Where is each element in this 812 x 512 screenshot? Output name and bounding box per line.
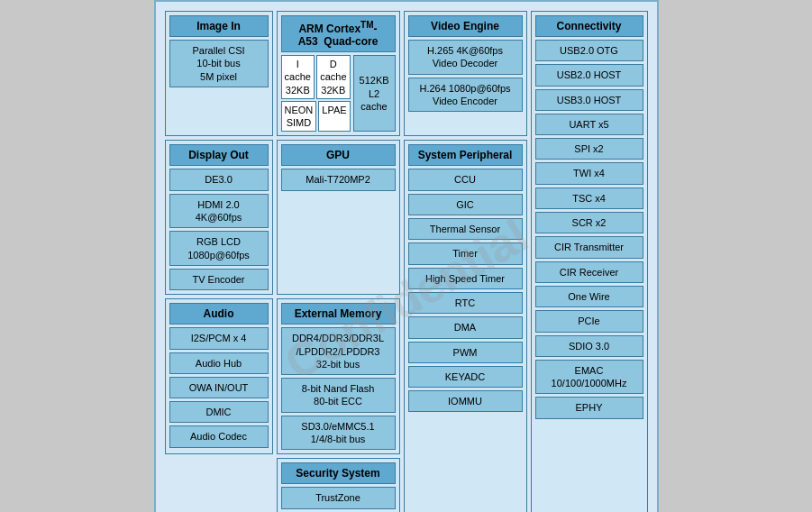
section-connectivity: Connectivity USB2.0 OTG USB2.0 HOST USB3… — [531, 11, 648, 512]
connectivity-header: Connectivity — [535, 15, 643, 37]
dcache: D cache32KB — [316, 55, 351, 99]
owa-in-out: OWA IN/OUT — [169, 377, 269, 398]
gic: GIC — [408, 194, 523, 215]
cir-transmitter: CIR Transmitter — [535, 236, 643, 258]
sdio: SDIO 3.0 — [535, 335, 643, 357]
security-header: Security System — [281, 462, 396, 484]
section-arm: ARM CortexTM-A53 Quad-core I cache32KB D… — [277, 11, 400, 136]
image-in-header: Image In — [169, 15, 269, 37]
sd-emmc: SD3.0/eMMC5.11/4/8-bit bus — [281, 416, 396, 451]
display-out-header: Display Out — [169, 144, 269, 166]
spi: SPI x2 — [535, 138, 643, 160]
section-video: Video Engine H.265 4K@60fpsVideo Decoder… — [404, 11, 527, 136]
twi: TWI x4 — [535, 162, 643, 184]
chip-diagram: Confidential Image In Parallel CSI10-bit… — [154, 0, 659, 512]
h265: H.265 4K@60fpsVideo Decoder — [408, 40, 523, 75]
nand-flash: 8-bit Nand Flash80-bit ECC — [281, 378, 396, 413]
section-display-out: Display Out DE3.0 HDMI 2.04K@60fps RGB L… — [165, 140, 273, 295]
usb3-host: USB3.0 HOST — [535, 89, 643, 111]
neon-simd: NEONSIMD — [281, 101, 317, 133]
trustzone: TrustZone — [281, 487, 396, 508]
i2s-pcm: I2S/PCM x 4 — [169, 327, 269, 349]
section-gpu: GPU Mali-T720MP2 — [277, 140, 400, 295]
lpae: LPAE — [318, 101, 350, 133]
de3: DE3.0 — [169, 169, 269, 190]
arm-inner: I cache32KB D cache32KB NEONSIMD LPAE 51… — [281, 55, 396, 132]
scr: SCR x2 — [535, 212, 643, 233]
h264: H.264 1080p@60fpsVideo Encoder — [408, 78, 523, 113]
video-header: Video Engine — [408, 15, 523, 37]
sys-periph-header: System Peripheral — [408, 144, 523, 166]
usb2-otg: USB2.0 OTG — [535, 40, 643, 61]
tv-encoder: TV Encoder — [169, 269, 269, 290]
high-speed-timer: High Speed Timer — [408, 268, 523, 289]
hdmi: HDMI 2.04K@60fps — [169, 194, 269, 229]
keyadc: KEYADC — [408, 366, 523, 388]
gpu-header: GPU — [281, 144, 396, 166]
one-wire: One Wire — [535, 286, 643, 307]
mali: Mali-T720MP2 — [281, 169, 396, 190]
arm-header: ARM CortexTM-A53 Quad-core — [281, 15, 396, 52]
uart: UART x5 — [535, 114, 643, 135]
pwm: PWM — [408, 342, 523, 363]
audio-codec: Audio Codec — [169, 425, 269, 447]
timer: Timer — [408, 242, 523, 264]
icache: I cache32KB — [281, 55, 315, 99]
ext-mem-header: External Memory — [281, 303, 396, 325]
section-ext-mem: External Memory DDR4/DDR3/DDR3L/LPDDR2/L… — [277, 298, 400, 454]
ddr: DDR4/DDR3/DDR3L/LPDDR2/LPDDR332-bit bus — [281, 327, 396, 375]
cir-receiver: CIR Receiver — [535, 261, 643, 283]
audio-hub: Audio Hub — [169, 352, 269, 374]
section-image-in: Image In Parallel CSI10-bit bus5M pixel — [165, 11, 273, 136]
l2-cache: 512KB L2 cache — [353, 55, 396, 132]
pcie: PCIe — [535, 310, 643, 332]
ephy: EPHY — [535, 397, 643, 418]
rgb-lcd: RGB LCD1080p@60fps — [169, 231, 269, 266]
thermal-sensor: Thermal Sensor — [408, 218, 523, 240]
ccu: CCU — [408, 169, 523, 190]
rtc: RTC — [408, 292, 523, 314]
usb2-host: USB2.0 HOST — [535, 64, 643, 86]
main-grid: Image In Parallel CSI10-bit bus5M pixel … — [165, 11, 648, 512]
parallel-csi: Parallel CSI10-bit bus5M pixel — [169, 40, 269, 87]
tsc: TSC x4 — [535, 187, 643, 209]
emac: EMAC10/100/1000MHz — [535, 360, 643, 395]
iommu: IOMMU — [408, 390, 523, 412]
audio-header: Audio — [169, 303, 269, 325]
dmic: DMIC — [169, 401, 269, 423]
section-sys-periph: System Peripheral CCU GIC Thermal Sensor… — [404, 140, 527, 512]
dma: DMA — [408, 316, 523, 338]
section-security: Security System TrustZone SID(4Kbits) Se… — [277, 458, 400, 512]
section-audio: Audio I2S/PCM x 4 Audio Hub OWA IN/OUT D… — [165, 298, 273, 454]
